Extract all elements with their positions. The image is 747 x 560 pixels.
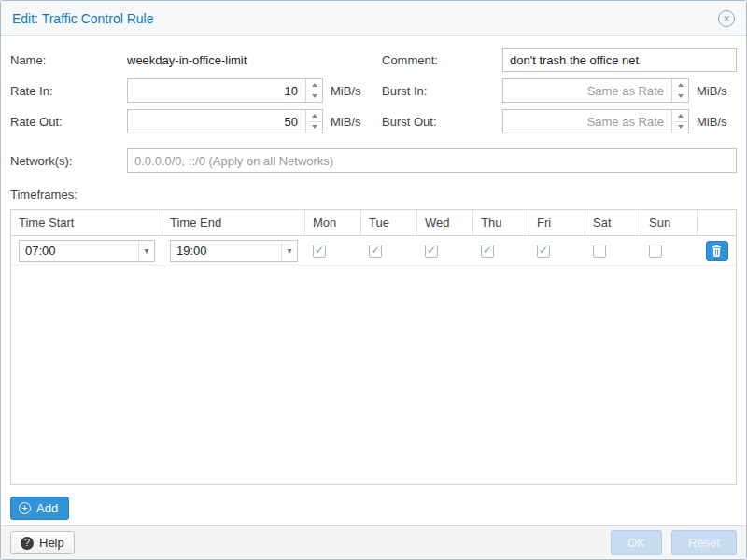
burst-in-row: Burst In: MiB/s (382, 78, 737, 103)
grid-header-row: Time Start Time End Mon Tue Wed Thu Fri … (11, 210, 736, 236)
rate-out-field (127, 109, 323, 133)
burst-in-label: Burst In: (382, 84, 502, 98)
sun-cell (641, 245, 698, 258)
checkbox-mon[interactable] (313, 245, 326, 258)
spinner-down-icon[interactable] (306, 91, 322, 103)
rate-out-row: Rate Out: MiB/s (10, 109, 382, 133)
dialog-titlebar: Edit: Traffic Control Rule × (1, 1, 746, 36)
networks-row: Network(s): (10, 148, 737, 173)
time-start-input[interactable] (20, 241, 138, 261)
actions-cell (698, 241, 736, 261)
dialog-title: Edit: Traffic Control Rule (12, 11, 153, 26)
rate-out-input[interactable] (127, 109, 323, 133)
grid-empty-area (11, 266, 736, 484)
close-icon[interactable]: × (718, 10, 735, 27)
spinner-up-icon[interactable] (306, 79, 322, 91)
comment-row: Comment: (382, 48, 737, 72)
dialog-footer: ? Help OK Reset (1, 525, 746, 559)
networks-input[interactable] (127, 148, 737, 173)
spinner-down-icon[interactable] (672, 121, 688, 133)
checkbox-tue[interactable] (369, 245, 382, 258)
spinner-down-icon[interactable] (672, 91, 688, 103)
column-header-tue: Tue (361, 210, 417, 235)
fri-cell (529, 245, 585, 258)
dialog-body: Name: weekday-in-office-limit Rate In: M… (1, 36, 746, 525)
chevron-down-icon[interactable]: ▾ (281, 241, 297, 261)
thu-cell (473, 245, 529, 258)
rate-in-spinner[interactable] (305, 79, 322, 102)
networks-label: Network(s): (10, 154, 127, 168)
burst-out-row: Burst Out: MiB/s (382, 109, 737, 133)
name-value: weekday-in-office-limit (127, 53, 247, 67)
burst-out-field (502, 109, 689, 133)
plus-circle-icon: + (19, 502, 31, 514)
timeframes-grid: Time Start Time End Mon Tue Wed Thu Fri … (10, 209, 737, 485)
column-header-thu: Thu (473, 210, 529, 235)
help-button-label: Help (39, 536, 64, 550)
spinner-up-icon[interactable] (672, 110, 688, 121)
burst-out-label: Burst Out: (382, 115, 502, 129)
checkbox-wed[interactable] (425, 245, 438, 258)
time-end-combo[interactable]: ▾ (170, 240, 298, 262)
checkbox-thu[interactable] (481, 245, 494, 258)
spinner-up-icon[interactable] (672, 79, 688, 91)
form-columns: Name: weekday-in-office-limit Rate In: M… (10, 48, 737, 140)
spinner-down-icon[interactable] (306, 121, 322, 133)
column-header-sat: Sat (585, 210, 641, 235)
ok-button[interactable]: OK (611, 530, 662, 555)
tue-cell (361, 245, 417, 258)
column-header-fri: Fri (529, 210, 585, 235)
column-header-mon: Mon (305, 210, 361, 235)
name-row: Name: weekday-in-office-limit (10, 48, 382, 72)
comment-field (502, 48, 737, 72)
column-header-sun: Sun (641, 210, 698, 235)
burst-in-field (502, 78, 689, 103)
sat-cell (585, 245, 641, 258)
burst-in-spinner[interactable] (671, 79, 688, 102)
rate-in-label: Rate In: (10, 84, 127, 98)
spinner-up-icon[interactable] (306, 110, 322, 121)
rate-out-unit: MiB/s (331, 115, 361, 129)
timeframe-row: ▾ ▾ (11, 236, 736, 266)
burst-in-unit: MiB/s (697, 84, 727, 98)
add-button-label: Add (36, 501, 58, 515)
rate-in-unit: MiB/s (331, 84, 361, 98)
rate-in-field (127, 78, 323, 103)
checkbox-sat[interactable] (593, 245, 606, 258)
form-column-left: Name: weekday-in-office-limit Rate In: M… (10, 48, 382, 140)
burst-out-input[interactable] (502, 109, 689, 133)
name-label: Name: (10, 53, 127, 67)
comment-label: Comment: (382, 53, 502, 67)
time-start-combo[interactable]: ▾ (19, 240, 155, 262)
comment-input[interactable] (502, 48, 737, 72)
column-header-time-end: Time End (162, 210, 305, 235)
column-header-time-start: Time Start (11, 210, 162, 235)
add-timeframe-button[interactable]: + Add (10, 497, 69, 520)
checkbox-sun[interactable] (649, 245, 662, 258)
wed-cell (417, 245, 473, 258)
question-circle-icon: ? (21, 537, 34, 550)
burst-out-spinner[interactable] (671, 110, 688, 133)
column-header-wed: Wed (417, 210, 473, 235)
time-end-input[interactable] (171, 241, 281, 261)
help-button[interactable]: ? Help (10, 531, 75, 554)
time-end-cell: ▾ (162, 240, 305, 262)
chevron-down-icon[interactable]: ▾ (138, 241, 154, 261)
timeframes-label: Timeframes: (10, 188, 737, 202)
mon-cell (305, 245, 361, 258)
rate-out-spinner[interactable] (305, 110, 322, 133)
networks-field (127, 148, 737, 173)
burst-out-unit: MiB/s (697, 115, 727, 129)
rate-in-row: Rate In: MiB/s (10, 78, 382, 103)
column-header-actions (698, 210, 736, 235)
trash-icon (712, 245, 722, 257)
reset-button[interactable]: Reset (671, 530, 737, 555)
delete-row-button[interactable] (706, 241, 728, 261)
time-start-cell: ▾ (11, 240, 162, 262)
rate-in-input[interactable] (127, 78, 323, 103)
traffic-control-rule-dialog: Edit: Traffic Control Rule × Name: weekd… (0, 0, 747, 560)
checkbox-fri[interactable] (537, 245, 550, 258)
rate-out-label: Rate Out: (10, 115, 127, 129)
burst-in-input[interactable] (502, 78, 689, 103)
form-column-right: Comment: Burst In: MiB/s (382, 48, 737, 140)
